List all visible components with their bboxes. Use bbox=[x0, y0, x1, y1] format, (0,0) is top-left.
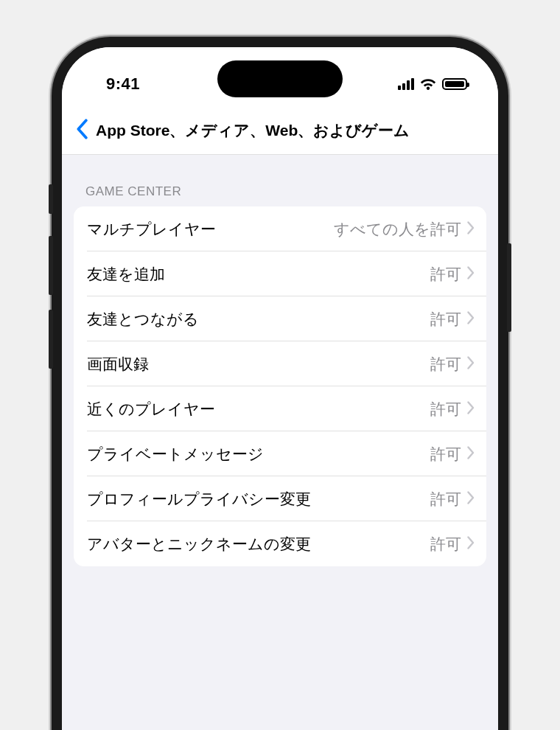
settings-group: マルチプレイヤー すべての人を許可 友達を追加 許可 友達とつながる 許可 bbox=[74, 206, 486, 566]
chevron-right-icon bbox=[467, 266, 475, 282]
row-nearby-players[interactable]: 近くのプレイヤー 許可 bbox=[74, 386, 486, 431]
side-button bbox=[49, 236, 53, 295]
side-button bbox=[49, 310, 53, 369]
chevron-right-icon bbox=[467, 221, 475, 237]
row-label: 画面収録 bbox=[87, 354, 430, 375]
row-private-messages[interactable]: プライベートメッセージ 許可 bbox=[74, 431, 486, 476]
row-profile-privacy[interactable]: プロフィールプライバシー変更 許可 bbox=[74, 476, 486, 521]
row-value: 許可 bbox=[430, 264, 461, 285]
status-time: 9:41 bbox=[106, 74, 140, 94]
cellular-icon bbox=[398, 78, 414, 90]
nav-bar: App Store、メディア、Web、およびゲーム bbox=[62, 106, 498, 155]
status-icons bbox=[398, 78, 467, 90]
section-header: GAME CENTER bbox=[62, 184, 498, 206]
row-add-friends[interactable]: 友達を追加 許可 bbox=[74, 251, 486, 296]
row-label: アバターとニックネームの変更 bbox=[87, 534, 430, 555]
row-label: プライベートメッセージ bbox=[87, 444, 430, 465]
row-value: 許可 bbox=[430, 444, 461, 465]
row-value: 許可 bbox=[430, 309, 461, 330]
row-value: 許可 bbox=[430, 489, 461, 510]
row-multiplayer[interactable]: マルチプレイヤー すべての人を許可 bbox=[74, 206, 486, 251]
battery-icon bbox=[442, 78, 467, 90]
chevron-right-icon bbox=[467, 401, 475, 417]
chevron-right-icon bbox=[467, 491, 475, 507]
row-screen-recording[interactable]: 画面収録 許可 bbox=[74, 341, 486, 386]
row-value: 許可 bbox=[430, 534, 461, 555]
row-value: 許可 bbox=[430, 399, 461, 420]
content: GAME CENTER マルチプレイヤー すべての人を許可 友達を追加 許可 bbox=[62, 155, 498, 566]
phone-screen: 9:41 bbox=[62, 47, 498, 730]
row-label: プロフィールプライバシー変更 bbox=[87, 489, 430, 510]
phone-frame: 9:41 bbox=[52, 37, 508, 730]
side-button bbox=[507, 243, 511, 332]
chevron-right-icon bbox=[467, 536, 475, 552]
row-connect-friends[interactable]: 友達とつながる 許可 bbox=[74, 296, 486, 341]
row-value: すべての人を許可 bbox=[334, 219, 461, 240]
back-button[interactable] bbox=[71, 114, 93, 147]
wifi-icon bbox=[420, 78, 436, 90]
row-avatar-nickname[interactable]: アバターとニックネームの変更 許可 bbox=[74, 521, 486, 566]
row-label: 友達を追加 bbox=[87, 264, 430, 285]
chevron-right-icon bbox=[467, 356, 475, 372]
row-label: マルチプレイヤー bbox=[87, 219, 334, 240]
row-value: 許可 bbox=[430, 354, 461, 375]
chevron-right-icon bbox=[467, 446, 475, 462]
dynamic-island bbox=[217, 60, 343, 97]
row-label: 近くのプレイヤー bbox=[87, 399, 430, 420]
row-label: 友達とつながる bbox=[87, 309, 430, 330]
side-button bbox=[49, 184, 53, 214]
page-title: App Store、メディア、Web、およびゲーム bbox=[96, 120, 410, 141]
chevron-right-icon bbox=[467, 311, 475, 327]
